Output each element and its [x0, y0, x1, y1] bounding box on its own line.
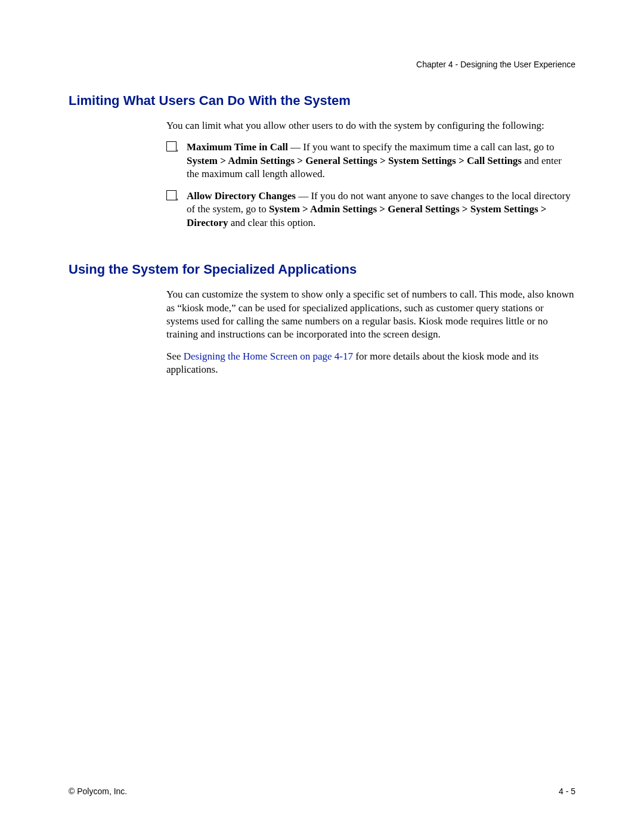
item-label: Allow Directory Changes [187, 190, 296, 202]
page-footer: © Polycom, Inc. 4 - 5 [69, 786, 575, 796]
section2-para1: You can customize the system to show onl… [166, 288, 575, 342]
item-path: System > Admin Settings > General Settin… [187, 155, 522, 166]
section2-body: You can customize the system to show onl… [166, 288, 575, 377]
section1-body: You can limit what you allow other users… [166, 119, 575, 230]
item-label: Maximum Time in Call [187, 141, 288, 153]
checkbox-icon [166, 141, 177, 151]
section2-para2: See Designing the Home Screen on page 4-… [166, 350, 575, 377]
section-heading-limiting: Limiting What Users Can Do With the Syst… [69, 93, 575, 109]
checklist-item: Allow Directory Changes — If you do not … [166, 190, 575, 230]
checklist-item: Maximum Time in Call — If you want to sp… [166, 141, 575, 181]
item-text-end: and clear this option. [228, 217, 316, 228]
item-text: If you want to specify the maximum time … [303, 141, 554, 153]
footer-page-number: 4 - 5 [559, 786, 575, 796]
checklist: Maximum Time in Call — If you want to sp… [166, 141, 575, 230]
item-sep: — [288, 141, 304, 153]
cross-reference-link[interactable]: Designing the Home Screen on page 4-17 [184, 351, 353, 362]
footer-copyright: © Polycom, Inc. [69, 786, 127, 796]
section-heading-specialized: Using the System for Specialized Applica… [69, 262, 575, 277]
item-sep: — [296, 190, 311, 202]
page: Chapter 4 - Designing the User Experienc… [0, 0, 644, 833]
checkbox-icon [166, 190, 177, 200]
para2-pre: See [166, 351, 184, 362]
section1-intro: You can limit what you allow other users… [166, 119, 575, 132]
chapter-header: Chapter 4 - Designing the User Experienc… [69, 60, 575, 69]
